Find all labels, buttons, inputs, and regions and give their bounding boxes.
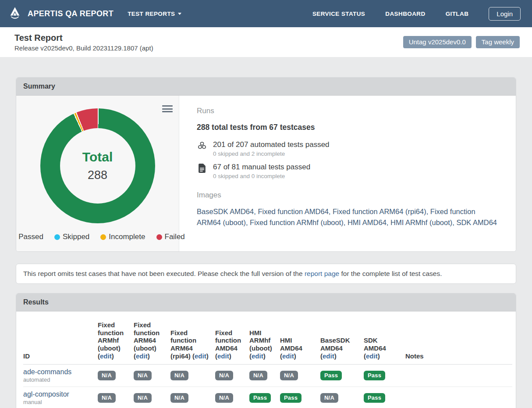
status-badge: N/A (134, 371, 152, 380)
status-badge: N/A (170, 393, 188, 403)
col-ff-arm64-uboot: Fixed function ARM64 (uboot) (edit) (134, 317, 170, 365)
page-title: Test Report (14, 33, 153, 43)
image-links: BaseSDK AMD64 Fixed function AMD64 Fixed… (197, 206, 498, 228)
status-badge: N/A (215, 393, 233, 403)
edit-link[interactable]: edit (366, 352, 378, 360)
status-badge: Pass (364, 393, 385, 403)
edit-link[interactable]: edit (252, 352, 263, 360)
status-badge: Pass (364, 371, 385, 380)
status-badge: N/A (98, 393, 116, 403)
status-badge: N/A (280, 371, 298, 380)
col-hmi-armhf: HMI ARMhf (uboot) (edit) (249, 317, 280, 365)
nav-link-gitlab[interactable]: GITLAB (446, 11, 469, 17)
chart-menu-icon[interactable] (162, 105, 173, 114)
notes-cell (405, 365, 512, 387)
status-badge: N/A (249, 371, 267, 380)
navbar: APERTIS QA REPORT TEST REPORTS SERVICE S… (0, 0, 532, 27)
testcase-link[interactable]: agl-compositor (23, 390, 69, 398)
image-link[interactable]: HMI AMD64 (348, 218, 390, 226)
subheader: Test Report Release v2025dev0, Build 202… (0, 27, 532, 57)
results-header-row: ID Fixed function ARMhf (uboot) (edit) F… (23, 317, 512, 365)
status-badge: N/A (320, 393, 338, 403)
legend-item-incomplete[interactable]: Incomplete (100, 233, 145, 241)
edit-link[interactable]: edit (217, 352, 229, 360)
cubes-icon (197, 140, 207, 157)
notes-cell (405, 387, 512, 408)
status-badge: Pass (249, 393, 271, 403)
donut-chart[interactable]: Total 288 (40, 108, 155, 223)
brand[interactable]: APERTIS QA REPORT (8, 6, 113, 21)
col-id: ID (23, 317, 98, 365)
image-link[interactable]: BaseSDK AMD64 (197, 208, 258, 215)
nav-link-service-status[interactable]: SERVICE STATUS (312, 11, 365, 17)
legend-dot-failed (156, 234, 162, 240)
nav-menu-test-reports[interactable]: TEST REPORTS (128, 11, 181, 17)
edit-link[interactable]: edit (282, 352, 294, 360)
table-row: ade-commands automated N/A N/A N/A N/A N… (23, 365, 512, 387)
report-page-link[interactable]: report page (305, 270, 339, 277)
runs-panel: Runs 288 total tests from 67 testcases 2… (179, 96, 516, 251)
untag-button[interactable]: Untag v2025dev0.0 (403, 36, 472, 48)
donut-center-label: Total (82, 150, 113, 165)
col-ff-amd64: Fixed function AMD64 (edit) (215, 317, 249, 365)
images-heading: Images (197, 191, 498, 200)
legend-dot-skipped (54, 234, 60, 240)
status-badge: N/A (134, 393, 152, 403)
legend-item-skipped[interactable]: Skipped (54, 233, 89, 241)
runs-heading: Runs (197, 107, 498, 115)
automated-tests-stat: 201 of 207 automated tests passed 0 skip… (197, 140, 498, 157)
legend-item-failed[interactable]: Failed (156, 233, 185, 241)
results-card: Results ID Fixed function ARMhf (uboot) … (16, 293, 516, 408)
table-row: agl-compositor manual N/A N/A N/A N/A Pa… (23, 387, 512, 408)
status-badge: Pass (320, 371, 342, 380)
edit-link[interactable]: edit (100, 352, 112, 360)
summary-card-title: Summary (16, 78, 516, 96)
col-ff-armhf-uboot: Fixed function ARMhf (uboot) (edit) (98, 317, 134, 365)
image-link[interactable]: HMI ARMhf (uboot) (390, 218, 456, 226)
results-card-title: Results (16, 293, 516, 311)
testcase-type: manual (23, 399, 98, 405)
image-link[interactable]: Fixed function ARM64 (rpi64) (333, 208, 430, 215)
chart-panel: Total 288 Passed Skipped Inco (16, 96, 179, 251)
runs-total: 288 total tests from 67 testcases (197, 123, 498, 132)
col-ff-arm64-rpi64: Fixed function ARM64 (rpi64) (edit) (170, 317, 215, 365)
col-hmi-amd64: HMI AMD64 (edit) (280, 317, 320, 365)
nav-link-dashboard[interactable]: DASHBOARD (385, 11, 425, 17)
brand-title: APERTIS QA REPORT (28, 9, 113, 18)
summary-card: Summary Total 288 Passed (16, 77, 516, 252)
col-sdk-amd64: SDK AMD64 (edit) (364, 317, 405, 365)
notice-banner: This report omits test cases that have n… (16, 264, 516, 284)
image-link[interactable]: SDK AMD64 (456, 218, 497, 226)
document-icon (197, 163, 207, 179)
status-badge: N/A (215, 371, 233, 380)
apertis-logo-icon (8, 6, 22, 21)
testcase-link[interactable]: ade-commands (23, 368, 71, 376)
donut-center-value: 288 (88, 168, 107, 182)
status-badge: N/A (98, 371, 116, 380)
image-link[interactable]: Fixed function ARMhf (uboot) (250, 218, 348, 226)
testcase-type: automated (23, 376, 98, 383)
chevron-down-icon (178, 13, 181, 15)
legend-dot-incomplete (100, 234, 106, 240)
edit-link[interactable]: edit (136, 352, 148, 360)
login-button[interactable]: Login (489, 7, 521, 21)
image-link[interactable]: Fixed function AMD64 (258, 208, 333, 215)
results-table: ID Fixed function ARMhf (uboot) (edit) F… (23, 317, 512, 408)
col-notes: Notes (405, 317, 512, 365)
edit-link[interactable]: edit (195, 352, 206, 360)
edit-link[interactable]: edit (323, 352, 334, 360)
manual-tests-stat: 67 of 81 manual tests passed 0 skipped a… (197, 163, 498, 179)
status-badge: Pass (280, 393, 301, 403)
page-subtitle: Release v2025dev0, Build 20231129.1807 (… (14, 44, 153, 52)
legend-item-passed[interactable]: Passed (16, 233, 43, 241)
tag-weekly-button[interactable]: Tag weekly (476, 36, 520, 48)
status-badge: N/A (170, 371, 188, 380)
col-basesdk-amd64: BaseSDK AMD64 (edit) (320, 317, 364, 365)
chart-legend: Passed Skipped Incomplete Failed (16, 233, 185, 241)
